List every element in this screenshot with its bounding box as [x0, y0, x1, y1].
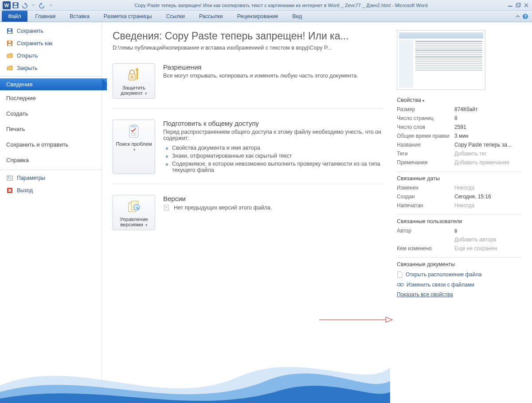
property-value[interactable]: Никогда	[454, 185, 521, 191]
ribbon-minimize-icon[interactable]	[515, 14, 520, 19]
svg-rect-14	[7, 176, 12, 180]
tab-file[interactable]: Файл	[2, 11, 27, 22]
svg-rect-10	[8, 29, 11, 31]
link-label: Открыть расположение файла	[406, 271, 481, 278]
section-permissions: Защитить документ ▾ Разрешения Все могут…	[113, 63, 383, 109]
property-row: Авторв	[397, 226, 521, 235]
page-title: Сведения: Copy Paste теперь запрещен! Ил…	[113, 30, 383, 42]
check-issues-button[interactable]: Поиск проблем ▾	[113, 120, 155, 174]
property-row: ИзмененНикогда	[397, 183, 521, 192]
open-file-location-link[interactable]: Открыть расположение файла	[397, 269, 521, 280]
related-docs-heading: Связанные документы	[397, 257, 521, 267]
inspect-icon	[115, 124, 153, 140]
qat-dropdown-icon[interactable]	[29, 1, 37, 9]
sidebar-info[interactable]: Сведения	[0, 78, 107, 90]
lock-key-icon	[115, 67, 153, 83]
window-controls	[507, 3, 529, 8]
related-dates-heading: Связанные даты	[397, 171, 521, 182]
property-row: ТегиДобавить тег	[397, 149, 521, 158]
svg-rect-25	[131, 133, 137, 134]
properties-dropdown[interactable]: Свойства▾	[397, 95, 521, 105]
sidebar-save[interactable]: Сохранить	[0, 25, 102, 37]
redo-icon[interactable]	[38, 1, 46, 9]
property-row: ПримечанияДобавить примечания	[397, 158, 521, 167]
sidebar-item-label: Параметры	[17, 175, 45, 181]
tab-mailings[interactable]: Рассылки	[193, 11, 229, 22]
svg-rect-13	[8, 41, 11, 43]
svg-rect-30	[164, 205, 168, 210]
info-panel: Сведения: Copy Paste теперь запрещен! Ил…	[102, 22, 532, 403]
save-icon[interactable]	[12, 1, 20, 9]
sidebar-close[interactable]: Закрыть	[0, 62, 102, 74]
qat-customize-icon[interactable]	[47, 1, 55, 9]
property-key: Кем изменено	[397, 245, 454, 252]
minimize-icon[interactable]	[507, 3, 513, 8]
svg-point-32	[400, 283, 403, 286]
file-icon	[397, 271, 403, 278]
manage-versions-button[interactable]: Управление версиями ▾	[113, 195, 155, 230]
property-key: Примечания	[397, 159, 454, 166]
tab-home[interactable]: Главная	[29, 11, 62, 22]
link-label: Изменить связи с файлами	[407, 282, 474, 288]
property-value: 8	[454, 115, 521, 121]
property-key: Создан	[397, 194, 454, 200]
sidebar-item-label: Сохранить как	[17, 40, 52, 46]
edit-file-links-link[interactable]: Изменить связи с файлами	[397, 280, 521, 290]
tab-view[interactable]: Вид	[286, 11, 308, 22]
section-text: Нет предыдущих версий этого файла.	[174, 205, 272, 211]
protect-document-button[interactable]: Защитить документ ▾	[113, 63, 155, 99]
sidebar-options[interactable]: Параметры	[0, 172, 102, 184]
tab-references[interactable]: Ссылки	[160, 11, 191, 22]
save-as-icon	[6, 40, 13, 47]
svg-point-22	[136, 68, 138, 71]
backstage-sidebar: Сохранить Сохранить как Открыть Закрыть …	[0, 22, 102, 403]
help-icon[interactable]: ?	[522, 13, 528, 19]
document-thumbnail[interactable]	[397, 30, 485, 90]
sidebar-print[interactable]: Печать	[0, 121, 102, 137]
tab-review[interactable]: Рецензирование	[231, 11, 285, 22]
label: Свойства	[397, 97, 421, 103]
property-value[interactable]: Добавить примечания	[454, 159, 521, 166]
chevron-down-icon: ▾	[145, 91, 147, 96]
versions-icon	[115, 199, 153, 215]
property-key: Размер	[397, 106, 454, 112]
property-key: Название	[397, 142, 454, 148]
close-folder-icon	[6, 65, 13, 72]
section-heading: Разрешения	[163, 63, 383, 71]
sidebar-save-send[interactable]: Сохранить и отправить	[0, 137, 102, 152]
property-value[interactable]: Еще не сохранен	[454, 245, 521, 252]
show-all-properties-link[interactable]: Показать все свойства	[397, 290, 521, 299]
tab-insert[interactable]: Вставка	[63, 11, 96, 22]
svg-rect-24	[131, 125, 137, 127]
svg-rect-21	[137, 70, 138, 79]
sidebar-help[interactable]: Справка	[0, 152, 102, 168]
property-value: 2591	[454, 124, 521, 130]
sidebar-new[interactable]: Создать	[0, 106, 102, 121]
svg-rect-1	[14, 6, 17, 8]
restore-icon[interactable]	[515, 3, 521, 8]
section-body: Разрешения Все могут открывать, копирова…	[163, 63, 383, 99]
sidebar-item-label: Закрыть	[17, 65, 37, 71]
svg-rect-4	[516, 4, 520, 7]
button-label: Защитить документ	[121, 85, 145, 96]
property-value[interactable]: Никогда	[454, 202, 521, 209]
ribbon-tabs: Файл Главная Вставка Разметка страницы С…	[0, 11, 532, 22]
property-value: в	[454, 228, 521, 234]
no-versions-icon	[163, 204, 170, 211]
svg-rect-5	[517, 3, 520, 6]
sidebar-save-as[interactable]: Сохранить как	[0, 37, 102, 50]
sidebar-exit[interactable]: Выход	[0, 184, 102, 197]
property-value[interactable]: Добавить тег	[454, 151, 521, 157]
list-item: Свойства документа и имя автора	[163, 144, 383, 152]
button-label: Поиск проблем	[116, 141, 152, 147]
property-key: Теги	[397, 151, 454, 157]
property-value: 874Кбайт	[454, 106, 521, 112]
property-value[interactable]: Добавить автора	[454, 236, 521, 243]
separator	[0, 170, 102, 170]
undo-icon[interactable]	[20, 1, 28, 9]
tab-page-layout[interactable]: Разметка страницы	[98, 11, 158, 22]
sidebar-open[interactable]: Открыть	[0, 50, 102, 62]
svg-rect-2	[14, 3, 17, 5]
close-icon[interactable]	[523, 3, 529, 8]
sidebar-recent[interactable]: Последние	[0, 90, 102, 106]
